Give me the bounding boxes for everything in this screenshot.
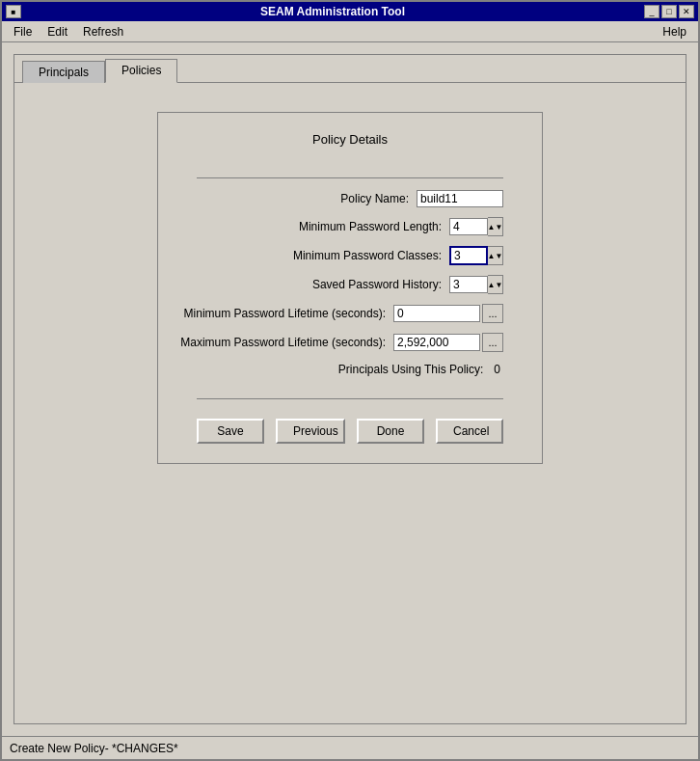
title-bar-controls: _ □ ✕ (644, 5, 694, 18)
min-pwd-classes-spinner: ▲▼ (449, 246, 503, 265)
divider-top (197, 177, 503, 178)
tab-principals[interactable]: Principals (22, 61, 105, 83)
principals-using-value: 0 (491, 362, 503, 377)
min-pwd-lifetime-input[interactable] (393, 305, 480, 322)
previous-button[interactable]: Previous (276, 419, 345, 444)
done-button[interactable]: Done (357, 419, 424, 444)
main-window: ■ SEAM Administration Tool _ □ ✕ File Ed… (0, 0, 700, 761)
title-bar-icon: ■ (6, 5, 21, 18)
min-pwd-classes-input[interactable] (449, 246, 488, 265)
title-bar-title: SEAM Administration Tool (21, 5, 644, 18)
tab-policies[interactable]: Policies (105, 59, 177, 83)
save-button[interactable]: Save (197, 419, 264, 444)
tab-bar: Principals Policies (14, 55, 686, 82)
min-pwd-lifetime-label: Minimum Password Lifetime (seconds): (184, 307, 386, 320)
min-pwd-classes-label: Minimum Password Classes: (293, 249, 442, 262)
policy-details-title: Policy Details (197, 132, 503, 147)
menu-file[interactable]: File (6, 23, 40, 41)
principals-using-row: Principals Using This Policy: 0 (197, 362, 503, 377)
max-pwd-lifetime-ellipsis-button[interactable]: ... (482, 333, 503, 352)
max-pwd-lifetime-input[interactable] (393, 334, 480, 351)
min-pwd-length-input[interactable] (449, 218, 488, 235)
menu-help[interactable]: Help (655, 23, 694, 41)
policy-details-box: Policy Details Policy Name: Minimum Pass… (157, 112, 543, 464)
min-pwd-lifetime-field: ... (393, 304, 503, 323)
max-pwd-lifetime-field: ... (393, 333, 503, 352)
max-pwd-lifetime-row: Maximum Password Lifetime (seconds): ... (197, 333, 503, 352)
min-pwd-lifetime-ellipsis-button[interactable]: ... (482, 304, 503, 323)
policy-name-input[interactable] (417, 190, 503, 207)
maximize-button[interactable]: □ (661, 5, 677, 18)
max-pwd-lifetime-label: Maximum Password Lifetime (seconds): (180, 336, 386, 349)
menu-bar: File Edit Refresh Help (2, 21, 698, 42)
saved-pwd-history-row: Saved Password History: ▲▼ (197, 275, 503, 294)
close-button[interactable]: ✕ (679, 5, 694, 18)
saved-pwd-history-spinner: ▲▼ (449, 275, 503, 294)
saved-pwd-history-label: Saved Password History: (312, 278, 442, 291)
title-bar: ■ SEAM Administration Tool _ □ ✕ (2, 2, 698, 21)
principals-using-label: Principals Using This Policy: (338, 363, 484, 376)
cancel-button[interactable]: Cancel (436, 419, 503, 444)
menu-edit[interactable]: Edit (40, 23, 75, 41)
button-row: Save Previous Done Cancel (197, 419, 503, 444)
status-bar: Create New Policy- *CHANGES* (2, 736, 698, 759)
min-pwd-length-spinner-btn[interactable]: ▲▼ (488, 217, 503, 236)
status-text: Create New Policy- *CHANGES* (10, 742, 178, 755)
saved-pwd-history-input[interactable] (449, 276, 488, 293)
min-pwd-classes-row: Minimum Password Classes: ▲▼ (197, 246, 503, 265)
divider-bottom (197, 398, 503, 399)
tab-container: Principals Policies Policy Details Polic… (13, 54, 687, 724)
minimize-button[interactable]: _ (644, 5, 660, 18)
min-pwd-length-row: Minimum Password Length: ▲▼ (197, 217, 503, 236)
min-pwd-classes-spinner-btn[interactable]: ▲▼ (488, 246, 503, 265)
tab-content: Policy Details Policy Name: Minimum Pass… (14, 82, 686, 723)
policy-name-label: Policy Name: (340, 192, 409, 205)
saved-pwd-history-spinner-btn[interactable]: ▲▼ (488, 275, 503, 294)
menu-refresh[interactable]: Refresh (75, 23, 131, 41)
min-pwd-length-spinner: ▲▼ (449, 217, 503, 236)
content-area: Principals Policies Policy Details Polic… (2, 42, 698, 736)
min-pwd-lifetime-row: Minimum Password Lifetime (seconds): ... (197, 304, 503, 323)
min-pwd-length-label: Minimum Password Length: (299, 220, 442, 233)
policy-name-row: Policy Name: (197, 190, 503, 207)
